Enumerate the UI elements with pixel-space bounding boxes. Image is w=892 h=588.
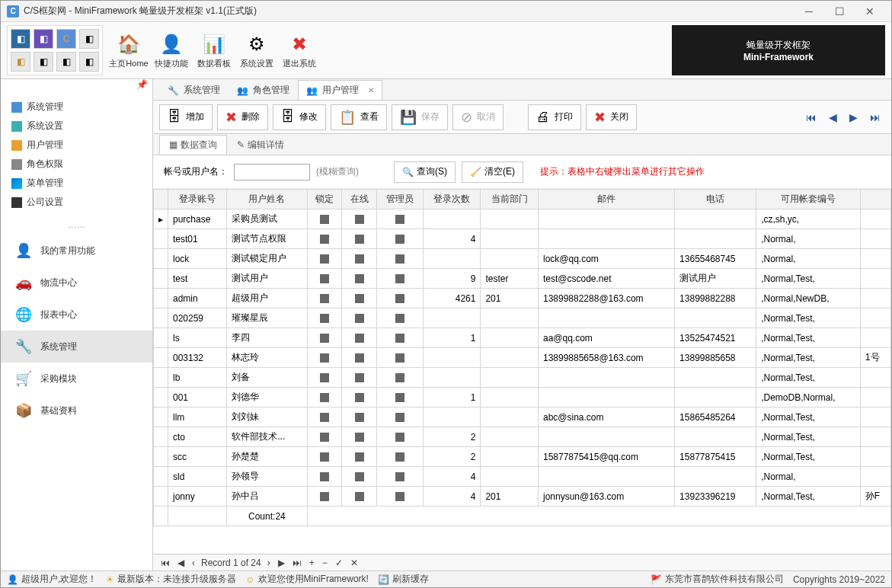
table-row[interactable]: test01测试节点权限 4,Normal, <box>154 229 891 249</box>
checkbox-icon[interactable] <box>355 353 364 363</box>
home-button[interactable]: 🏠主页Home <box>107 25 150 75</box>
next-icon[interactable]: ▶ <box>845 110 862 125</box>
checkbox-icon[interactable] <box>320 472 329 481</box>
checkbox-icon[interactable] <box>320 373 329 382</box>
dashboard-button[interactable]: 📊数据看板 <box>193 25 235 75</box>
table-row[interactable]: lock测试锁定用户 lock@qq.com13655468745,Normal… <box>154 249 891 269</box>
checkbox-icon[interactable] <box>355 235 364 244</box>
nav-logistics[interactable]: 🚗物流中心 <box>1 267 152 299</box>
checkbox-icon[interactable] <box>320 274 329 283</box>
checkbox-icon[interactable] <box>395 314 404 323</box>
add-button[interactable]: 🗄增加 <box>159 104 213 130</box>
checkbox-icon[interactable] <box>355 452 364 462</box>
nav-favorites[interactable]: 👤我的常用功能 <box>1 235 152 267</box>
col-header[interactable]: 登录账号 <box>168 190 227 209</box>
last-icon[interactable]: ⏭ <box>865 110 885 125</box>
checkbox-icon[interactable] <box>355 492 364 501</box>
pg-next2[interactable]: › <box>266 558 272 568</box>
quick-button[interactable]: 👤快捷功能 <box>150 25 193 75</box>
tab-role-manage[interactable]: 👥角色管理 <box>229 80 298 100</box>
view-button[interactable]: 📋查看 <box>331 104 387 130</box>
table-row[interactable]: cto软件部技术... 2,Normal,Test, <box>154 427 891 447</box>
theme-1[interactable]: ◧ <box>11 29 30 49</box>
subtab-query[interactable]: ▦数据查询 <box>159 135 227 155</box>
close-tab-icon[interactable]: ✕ <box>368 86 374 94</box>
checkbox-icon[interactable] <box>395 294 404 303</box>
table-row[interactable]: lb刘备 ,Normal,Test, <box>154 368 891 388</box>
prev-icon[interactable]: ◀ <box>824 110 842 125</box>
table-row[interactable]: jonny孙中吕 4201jonnysun@163.com13923396219… <box>154 487 891 507</box>
col-header[interactable]: 在线 <box>342 190 377 209</box>
save-button[interactable]: 💾保存 <box>392 104 448 130</box>
nav-reports[interactable]: 🌐报表中心 <box>1 299 152 331</box>
settings-button[interactable]: ⚙系统设置 <box>235 25 278 75</box>
col-header[interactable] <box>860 190 890 209</box>
checkbox-icon[interactable] <box>395 492 404 501</box>
edit-button[interactable]: 🗄修改 <box>273 104 326 130</box>
theme-3[interactable]: ◧ <box>34 29 53 49</box>
checkbox-icon[interactable] <box>395 215 404 224</box>
pg-add[interactable]: + <box>308 558 316 568</box>
checkbox-icon[interactable] <box>320 215 329 224</box>
table-row[interactable]: llm刘刘妹 abc@sina.com15865485264,Normal,Te… <box>154 407 891 427</box>
checkbox-icon[interactable] <box>355 373 364 382</box>
theme-5[interactable]: C <box>56 29 76 49</box>
query-button[interactable]: 🔍查询(S) <box>394 161 456 183</box>
nav-sys-manage[interactable]: 🔧系统管理 <box>1 331 152 363</box>
tree-sys-settings[interactable]: 系统设置 <box>7 117 146 136</box>
table-row[interactable]: test测试用户 9testertest@cscode.net测试用户,Norm… <box>154 269 891 289</box>
tree-role-perm[interactable]: 角色权限 <box>7 155 146 174</box>
checkbox-icon[interactable] <box>320 334 329 343</box>
checkbox-icon[interactable] <box>355 215 364 224</box>
checkbox-icon[interactable] <box>320 235 329 244</box>
checkbox-icon[interactable] <box>355 314 364 323</box>
col-header[interactable]: 当前部门 <box>481 190 539 209</box>
checkbox-icon[interactable] <box>320 254 329 264</box>
table-row[interactable]: ls李四 1aa@qq.com13525474521,Normal,Test, <box>154 328 891 348</box>
col-header[interactable]: 可用帐套编号 <box>756 190 861 209</box>
maximize-button[interactable]: ☐ <box>824 4 855 19</box>
cancel-button[interactable]: ⊘取消 <box>452 104 504 130</box>
table-row[interactable]: admin超级用户 426120113899882288@163.com1389… <box>154 289 891 308</box>
checkbox-icon[interactable] <box>320 314 329 323</box>
table-row[interactable]: scc孙楚楚 215877875415@qq.com15877875415,No… <box>154 447 891 467</box>
search-input[interactable] <box>234 164 310 181</box>
table-row[interactable]: ▸ purchase采购员测试 ,cz,sh,yc, <box>154 209 891 229</box>
status-refresh[interactable]: 🔄刷新缓存 <box>378 573 429 586</box>
pg-x[interactable]: ✕ <box>349 558 360 568</box>
first-icon[interactable]: ⏮ <box>801 110 821 125</box>
theme-7[interactable]: ◧ <box>79 29 99 49</box>
close-button[interactable]: ✕ <box>855 4 885 19</box>
theme-8[interactable]: ◧ <box>79 52 99 72</box>
pg-ok[interactable]: ✓ <box>334 558 344 568</box>
checkbox-icon[interactable] <box>320 413 329 422</box>
table-row[interactable]: 001刘德华 1,DemoDB,Normal, <box>154 388 891 407</box>
col-header[interactable]: 登录次数 <box>423 190 481 209</box>
col-header[interactable]: 用户姓名 <box>227 190 307 209</box>
col-header[interactable]: 锁定 <box>307 190 342 209</box>
theme-4[interactable]: ◧ <box>34 52 53 72</box>
tree-user-manage[interactable]: 用户管理 <box>7 136 146 155</box>
checkbox-icon[interactable] <box>355 433 364 442</box>
theme-2[interactable]: ◧ <box>11 52 30 72</box>
nav-basedata[interactable]: 📦基础资料 <box>1 395 152 427</box>
checkbox-icon[interactable] <box>395 433 404 442</box>
checkbox-icon[interactable] <box>395 254 404 264</box>
table-row[interactable]: 003132林志玲 13899885658@163.com13899885658… <box>154 348 891 368</box>
checkbox-icon[interactable] <box>395 235 404 244</box>
minimize-button[interactable]: ─ <box>794 4 824 19</box>
pg-last[interactable]: ⏭ <box>291 558 303 568</box>
pg-first[interactable]: ⏮ <box>159 558 171 568</box>
col-header[interactable]: 管理员 <box>377 190 424 209</box>
checkbox-icon[interactable] <box>395 393 404 402</box>
print-button[interactable]: 🖨打印 <box>528 104 581 130</box>
checkbox-icon[interactable] <box>320 433 329 442</box>
checkbox-icon[interactable] <box>395 353 404 363</box>
subtab-detail[interactable]: ✎编辑详情 <box>227 135 294 155</box>
nav-purchase[interactable]: 🛒采购模块 <box>1 363 152 395</box>
close-panel-button[interactable]: ✖关闭 <box>586 104 637 130</box>
pg-del[interactable]: − <box>321 558 329 568</box>
checkbox-icon[interactable] <box>320 294 329 303</box>
checkbox-icon[interactable] <box>395 334 404 343</box>
checkbox-icon[interactable] <box>395 373 404 382</box>
